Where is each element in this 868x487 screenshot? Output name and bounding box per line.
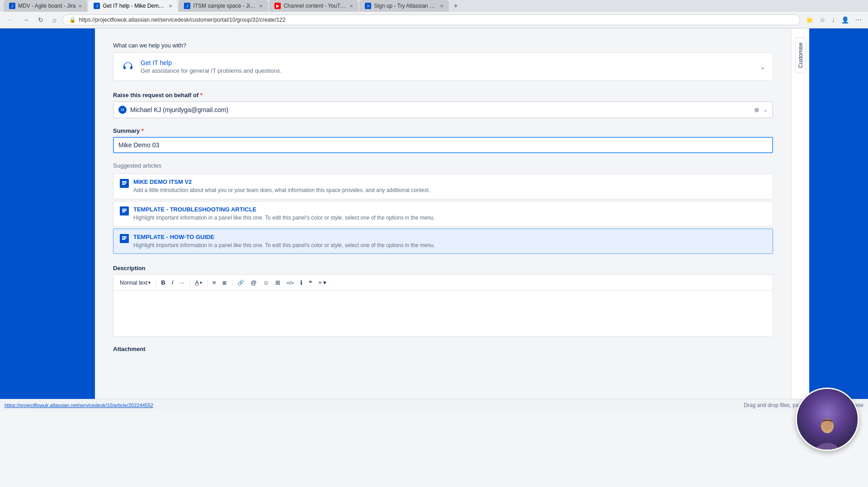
- help-box-desc: Get assistance for general IT problems a…: [141, 67, 755, 74]
- bold-button[interactable]: B: [158, 277, 168, 288]
- home-button[interactable]: ⌂: [50, 14, 59, 25]
- text-style-button[interactable]: Normal text ▾: [117, 278, 153, 288]
- svg-rect-7: [122, 238, 127, 239]
- article-content-1: MIKE DEMO ITSM V2 Add a little introduct…: [133, 178, 766, 194]
- table-button[interactable]: ⊞: [273, 277, 283, 288]
- help-section-question: What can we help you with?: [113, 42, 773, 49]
- suggested-articles-section: Suggested articles MIKE DEMO ITSM V2 Add…: [113, 162, 773, 254]
- clear-icon[interactable]: ⊗: [754, 106, 760, 113]
- status-url: https://projectflowuk.atlassian.net/serv…: [5, 403, 153, 408]
- emoji-button[interactable]: ☺: [260, 277, 272, 288]
- tab-get-it-help[interactable]: J Get IT help - Mike Demo ITSM v... ✕: [88, 0, 178, 12]
- code-button[interactable]: </>: [284, 278, 297, 287]
- help-box-title[interactable]: Get IT help: [141, 59, 755, 66]
- font-color-button[interactable]: A ▾: [192, 277, 205, 288]
- chevron-down-icon: ⌄: [760, 63, 765, 70]
- tab-close-4[interactable]: ✕: [349, 4, 353, 9]
- selected-user-name: Michael KJ (mjurdyga@gmail.com): [130, 106, 750, 113]
- separator-4: [232, 279, 232, 287]
- suggested-articles-label: Suggested articles: [113, 162, 773, 169]
- chevron-icon: ⌄: [763, 107, 768, 113]
- attachment-section: Attachment: [113, 346, 773, 352]
- tab-label-1: MDV - Agile board - Jira: [18, 3, 75, 9]
- help-box[interactable]: Get IT help Get assistance for general I…: [113, 52, 773, 81]
- tab-mdv[interactable]: J MDV - Agile board - Jira ✕: [4, 0, 87, 12]
- summary-input[interactable]: [113, 137, 773, 153]
- article-desc-2: Highlight important information in a pan…: [133, 214, 766, 222]
- sidebar-right-blue: [809, 28, 868, 399]
- tab-label-5: Sign up - Try Atlassian Cloud | A...: [374, 3, 437, 9]
- tab-close-1[interactable]: ✕: [78, 4, 82, 9]
- svg-rect-3: [122, 209, 127, 210]
- article-item-3[interactable]: TEMPLATE - HOW-TO GUIDE Highlight import…: [113, 229, 773, 254]
- tab-label-4: Channel content - YouTube Stud...: [283, 3, 347, 9]
- tab-favicon-5: A: [365, 3, 371, 9]
- forward-button[interactable]: →: [20, 14, 32, 25]
- tab-label-2: Get IT help - Mike Demo ITSM v...: [103, 3, 166, 9]
- article-content-3: TEMPLATE - HOW-TO GUIDE Highlight import…: [133, 234, 766, 249]
- tab-close-2[interactable]: ✕: [169, 4, 172, 9]
- link-button[interactable]: 🔗: [235, 278, 247, 288]
- address-bar[interactable]: 🔒 https://projectflowuk.atlassian.net/se…: [62, 14, 800, 25]
- bookmark-button[interactable]: ☆: [818, 14, 827, 25]
- article-item-2[interactable]: TEMPLATE - TROUBLESHOOTING ARTICLE Highl…: [113, 201, 773, 227]
- raise-behalf-select[interactable]: M Michael KJ (mjurdyga@gmail.com) ⊗ ⌄: [113, 101, 773, 118]
- plus-button[interactable]: + ▾: [316, 277, 329, 288]
- sidebar-right: Customise: [791, 28, 809, 399]
- svg-rect-0: [122, 181, 127, 182]
- tab-favicon-2: J: [94, 3, 100, 9]
- article-title-1[interactable]: MIKE DEMO ITSM V2: [133, 178, 766, 185]
- separator-3: [207, 279, 208, 287]
- raise-behalf-label: Raise this request on behalf of *: [113, 92, 773, 98]
- customise-tab[interactable]: Customise: [795, 37, 806, 73]
- tab-close-3[interactable]: ✕: [259, 4, 263, 9]
- bottom-bar: https://projectflowuk.atlassian.net/serv…: [0, 399, 868, 411]
- summary-required: *: [142, 127, 144, 134]
- quote-button[interactable]: ❝: [306, 277, 315, 288]
- svg-rect-8: [122, 239, 125, 240]
- editor-body[interactable]: [113, 291, 773, 336]
- font-color-chevron: ▾: [200, 280, 202, 285]
- svg-rect-4: [122, 210, 127, 211]
- article-title-3[interactable]: TEMPLATE - HOW-TO GUIDE: [133, 234, 766, 240]
- mention-button[interactable]: @: [248, 277, 259, 288]
- profile-button[interactable]: 👤: [840, 14, 851, 25]
- raise-behalf-group: Raise this request on behalf of * M Mich…: [113, 92, 773, 118]
- numbered-list-button[interactable]: ≣: [219, 277, 230, 288]
- summary-label: Summary *: [113, 127, 773, 134]
- headset-icon: [121, 60, 135, 74]
- tab-favicon-3: J: [184, 3, 190, 9]
- info-button[interactable]: ℹ: [297, 277, 305, 288]
- extensions-button[interactable]: ⭐: [804, 14, 815, 25]
- new-tab-button[interactable]: +: [450, 0, 461, 12]
- back-button[interactable]: ←: [5, 14, 16, 25]
- description-label: Description: [113, 265, 773, 272]
- page-content: What can we help you with? Get IT help G…: [0, 28, 868, 399]
- tab-favicon-1: J: [9, 3, 15, 9]
- bullet-list-button[interactable]: ≡: [210, 277, 219, 288]
- svg-rect-1: [122, 183, 127, 183]
- article-content-2: TEMPLATE - TROUBLESHOOTING ARTICLE Highl…: [133, 206, 766, 222]
- browser-toolbar: ← → ↻ ⌂ 🔒 https://projectflowuk.atlassia…: [0, 12, 868, 28]
- svg-rect-5: [122, 211, 125, 212]
- description-group: Description Normal text ▾ B I ···: [113, 265, 773, 337]
- text-style-chevron: ▾: [148, 280, 151, 285]
- required-asterisk: *: [200, 92, 203, 98]
- tab-youtube[interactable]: ▶ Channel content - YouTube Stud... ✕: [269, 0, 359, 12]
- summary-group: Summary *: [113, 127, 773, 153]
- article-title-2[interactable]: TEMPLATE - TROUBLESHOOTING ARTICLE: [133, 206, 766, 213]
- tab-favicon-4: ▶: [274, 3, 281, 9]
- more-formatting-button[interactable]: ···: [177, 277, 187, 288]
- download-button[interactable]: ↓: [830, 14, 837, 25]
- article-item-1[interactable]: MIKE DEMO ITSM V2 Add a little introduct…: [113, 173, 773, 199]
- tab-label-3: ITSM sample space - Jira Servic...: [193, 3, 256, 9]
- menu-button[interactable]: ⋯: [854, 14, 863, 25]
- tab-atlassian-signup[interactable]: A Sign up - Try Atlassian Cloud | A... ✕: [359, 0, 449, 12]
- text-style-label: Normal text: [120, 280, 147, 286]
- tab-close-5[interactable]: ✕: [440, 4, 443, 9]
- italic-button[interactable]: I: [169, 277, 176, 288]
- user-avatar: M: [118, 106, 127, 114]
- tab-itsm-sample[interactable]: J ITSM sample space - Jira Servic... ✕: [179, 0, 268, 12]
- article-icon-3: [120, 234, 129, 243]
- refresh-button[interactable]: ↻: [35, 14, 46, 25]
